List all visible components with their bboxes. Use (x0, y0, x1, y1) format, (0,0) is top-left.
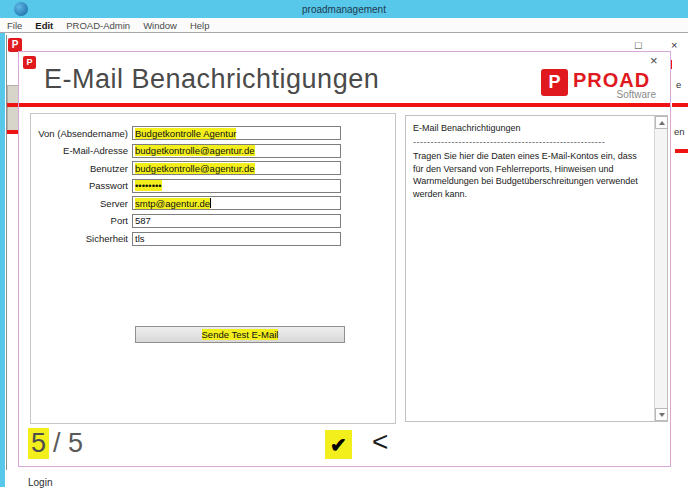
background-text-fragment: e (676, 79, 681, 90)
text-caret (210, 198, 211, 208)
screen: proadmanagement File Edit PROAD-Admin Wi… (0, 0, 688, 495)
page-indicator: 5 / 5 (28, 428, 83, 459)
close-dialog-icon[interactable]: × (650, 53, 658, 68)
form-row-server: Server smtp@agentur.de (32, 196, 377, 210)
os-titlebar: proadmanagement (0, 0, 688, 18)
back-arrow-icon[interactable]: < (372, 426, 388, 458)
send-test-email-label: Sende Test E-Mail (202, 329, 279, 340)
send-test-email-button[interactable]: Sende Test E-Mail (135, 326, 345, 343)
menu-help[interactable]: Help (190, 20, 210, 31)
dialog-title: E-Mail Benachrichtigungen (44, 64, 379, 95)
sender-name-field[interactable]: Budgetkontrolle Agentur (132, 126, 341, 140)
scroll-up-icon[interactable] (655, 116, 668, 129)
proad-window-icon: P (8, 38, 22, 52)
password-label: Passwort (32, 180, 132, 191)
window-title: proadmanagement (302, 4, 386, 15)
help-content: E-Mail Benachrichtigungen --------------… (406, 116, 653, 421)
form-row-password: Passwort •••••••• (32, 179, 377, 193)
status-login-label: Login (28, 477, 52, 488)
port-label: Port (32, 215, 132, 226)
maximize-button[interactable]: □ (635, 40, 642, 51)
form-row-user: Benutzer budgetkontrolle@agentur.de (32, 161, 377, 175)
email-address-value: budgetkontrolle@agentur.de (135, 145, 255, 156)
security-value: tls (135, 233, 145, 244)
current-page: 5 (28, 428, 49, 459)
help-scrollbar[interactable] (654, 116, 667, 421)
email-address-label: E-Mail-Adresse (32, 145, 132, 156)
menubar: File Edit PROAD-Admin Window Help (0, 18, 688, 33)
proad-logo-icon: P (541, 69, 568, 96)
form-row-port: Port 587 (32, 214, 377, 228)
scroll-down-icon[interactable] (655, 408, 668, 421)
background-redline-fragment (672, 103, 688, 107)
form-row-email: E-Mail-Adresse budgetkontrolle@agentur.d… (32, 144, 377, 158)
user-label: Benutzer (32, 163, 132, 174)
sender-name-label: Von (Absendername) (32, 128, 132, 139)
help-body: Tragen Sie hier die Daten eines E-Mail-K… (413, 150, 649, 200)
menu-file[interactable]: File (7, 20, 22, 31)
security-label: Sicherheit (32, 233, 132, 244)
proad-logo-subtitle: Software (570, 89, 656, 100)
security-field[interactable]: tls (132, 232, 341, 246)
total-pages: / 5 (49, 428, 83, 459)
menu-proad-admin[interactable]: PROAD-Admin (66, 20, 130, 31)
confirm-check-icon[interactable]: ✔ (325, 430, 352, 459)
close-window-button[interactable]: × (671, 40, 677, 51)
menu-edit[interactable]: Edit (35, 20, 53, 31)
server-label: Server (32, 198, 132, 209)
port-value: 587 (135, 215, 151, 226)
window-left-border (0, 33, 5, 487)
user-field[interactable]: budgetkontrolle@agentur.de (132, 161, 341, 175)
menu-window[interactable]: Window (143, 20, 177, 31)
help-divider: ----------------------------------------… (413, 136, 649, 149)
password-field[interactable]: •••••••• (132, 179, 341, 193)
background-text-fragment: en (674, 126, 685, 137)
background-redline-fragment (675, 149, 688, 153)
user-value: budgetkontrolle@agentur.de (135, 163, 255, 174)
form-row-security: Sicherheit tls (32, 232, 377, 246)
server-field[interactable]: smtp@agentur.de (132, 196, 341, 210)
proad-dialog-icon: P (23, 56, 36, 69)
email-address-field[interactable]: budgetkontrolle@agentur.de (132, 144, 341, 158)
server-value: smtp@agentur.de (135, 198, 210, 209)
app-globe-icon (14, 2, 28, 16)
help-title: E-Mail Benachrichtigungen (413, 122, 649, 135)
form-row-sender: Von (Absendername) Budgetkontrolle Agent… (32, 126, 377, 140)
password-value: •••••••• (135, 180, 162, 191)
form-rows: Von (Absendername) Budgetkontrolle Agent… (32, 126, 377, 249)
port-field[interactable]: 587 (132, 214, 341, 228)
header-divider (19, 103, 670, 107)
sender-name-value: Budgetkontrolle Agentur (135, 128, 236, 139)
help-panel: E-Mail Benachrichtigungen --------------… (405, 115, 668, 422)
background-scrollbar-fragment (7, 85, 19, 132)
